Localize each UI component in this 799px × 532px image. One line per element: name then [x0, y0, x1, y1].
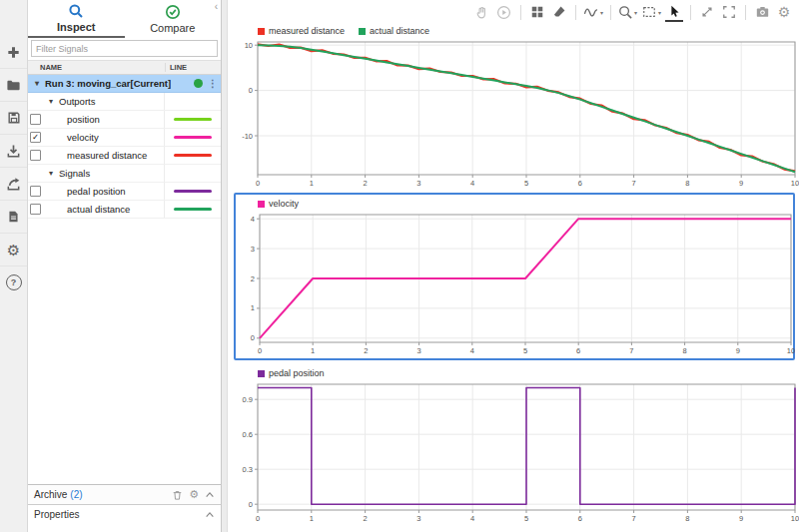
velocity-chart[interactable]: velocity 01234567891001234: [236, 197, 793, 358]
svg-text:3: 3: [416, 179, 420, 188]
create-report-button[interactable]: [0, 201, 27, 234]
magnifier-zoom-icon: [618, 5, 633, 20]
svg-text:2: 2: [251, 274, 255, 283]
export-icon: [6, 177, 21, 192]
chevron-up-icon[interactable]: [205, 510, 215, 519]
tree-row-position[interactable]: position: [28, 111, 221, 129]
svg-text:4: 4: [470, 179, 474, 188]
tree-row-run-3-moving-car-current-[interactable]: ▾Run 3: moving_car[Current]⋮: [28, 75, 221, 93]
distance-chart[interactable]: measured distance actual distance 012345…: [234, 24, 795, 191]
svg-text:5: 5: [524, 514, 528, 523]
svg-text:1: 1: [310, 514, 314, 523]
collapse-caret-icon[interactable]: ▾: [46, 97, 56, 106]
velocity-plot[interactable]: 01234567891001234: [236, 211, 795, 358]
replay-button[interactable]: [495, 2, 513, 22]
archive-section-header[interactable]: Archive (2) ⚙: [28, 484, 221, 504]
snapshot-button[interactable]: [753, 2, 771, 22]
tab-inspect-label: Inspect: [57, 21, 96, 33]
signal-checkbox[interactable]: ✓: [30, 132, 41, 143]
tree-row-name-cell: pedal position: [28, 183, 164, 200]
tree-row-pedal-position[interactable]: pedal position: [28, 183, 221, 201]
export-button[interactable]: [0, 168, 27, 201]
archive-settings-icon[interactable]: ⚙: [189, 489, 199, 500]
import-button[interactable]: [0, 135, 27, 168]
collapse-caret-icon[interactable]: ▾: [46, 169, 56, 178]
signal-checkbox[interactable]: [30, 186, 41, 197]
help-button[interactable]: ?: [0, 266, 27, 298]
tree-row-outports[interactable]: ▾Outports: [28, 93, 221, 111]
plot-settings-button[interactable]: ⚙: [775, 2, 793, 22]
kebab-menu-icon[interactable]: ⋮: [208, 79, 218, 89]
chevron-up-icon[interactable]: [205, 490, 215, 499]
legend-swatch: [359, 28, 366, 35]
svg-text:0: 0: [256, 514, 260, 523]
pan-button[interactable]: [473, 2, 491, 22]
signal-checkbox[interactable]: [30, 150, 41, 161]
pedal-position-chart[interactable]: pedal position 01234567891000.30.60.9: [234, 366, 795, 526]
archive-label: Archive: [34, 489, 67, 500]
chevron-down-icon: ▾: [634, 9, 637, 16]
pedal-position-plot[interactable]: 01234567891000.30.60.9: [234, 380, 799, 526]
legend-item: pedal position: [258, 368, 325, 378]
open-button[interactable]: [0, 69, 27, 102]
tree-row-measured-distance[interactable]: measured distance: [28, 147, 221, 165]
svg-text:7: 7: [632, 514, 636, 523]
tree-row-actual-distance[interactable]: actual distance: [28, 201, 221, 219]
tab-compare[interactable]: Compare: [125, 0, 222, 38]
preferences-button[interactable]: ⚙: [0, 234, 27, 266]
layout-button[interactable]: [528, 2, 546, 22]
tree-row-signals[interactable]: ▾Signals: [28, 165, 221, 183]
grid-layout-icon: [530, 5, 544, 19]
signal-trace-button[interactable]: ▾: [583, 2, 603, 22]
run-status-dot: [194, 79, 203, 88]
legend-swatch: [258, 370, 265, 377]
tree-row-label: pedal position: [67, 186, 126, 197]
add-button[interactable]: [0, 36, 27, 69]
fullscreen-button[interactable]: [720, 2, 738, 22]
floppy-icon: [7, 111, 21, 125]
filter-signals-input[interactable]: [31, 40, 218, 57]
zoom-button[interactable]: ▾: [618, 2, 637, 22]
collapse-panel-icon[interactable]: ‹: [215, 2, 218, 12]
plot-area: ▾ ▾ ▾: [228, 0, 799, 532]
import-icon: [6, 144, 21, 159]
trash-icon[interactable]: [172, 489, 183, 501]
tree-row-label: measured distance: [67, 150, 147, 161]
svg-text:0: 0: [249, 86, 253, 95]
cursor-button[interactable]: [665, 2, 683, 22]
svg-text:4: 4: [251, 215, 255, 224]
save-button[interactable]: [0, 102, 27, 135]
svg-text:3: 3: [416, 514, 420, 523]
table-header: NAME LINE: [28, 60, 221, 75]
fit-to-view-button[interactable]: ▾: [641, 2, 661, 22]
tab-compare-label: Compare: [150, 22, 195, 34]
tree-row-velocity[interactable]: ✓velocity: [28, 129, 221, 147]
brush-button[interactable]: [550, 2, 568, 22]
signal-checkbox[interactable]: [30, 204, 41, 215]
tree-row-label: actual distance: [67, 204, 130, 215]
legend-label: measured distance: [269, 26, 345, 36]
column-header-name: NAME: [28, 63, 165, 72]
tab-inspect[interactable]: Inspect: [28, 0, 125, 38]
tree-row-name-cell: ▾Signals: [28, 165, 164, 182]
legend-swatch: [258, 201, 265, 208]
column-header-line: LINE: [165, 63, 221, 72]
properties-section-header[interactable]: Properties: [28, 504, 221, 524]
svg-text:6: 6: [578, 514, 582, 523]
plus-icon: [6, 45, 21, 60]
tree-row-line-cell: [164, 129, 221, 146]
collapse-caret-icon[interactable]: ▾: [32, 79, 42, 88]
tree-row-label: velocity: [67, 132, 99, 143]
distance-chart-legend: measured distance actual distance: [258, 24, 795, 38]
tree-row-label: Outports: [59, 96, 95, 107]
brush-icon: [552, 5, 566, 19]
tree-row-name-cell: position: [28, 111, 164, 128]
velocity-chart-legend: velocity: [258, 197, 793, 211]
expand-button[interactable]: [698, 2, 716, 22]
wave-icon: [583, 5, 599, 20]
pedal-chart-legend: pedal position: [258, 366, 795, 380]
distance-plot[interactable]: 012345678910100-10: [234, 38, 799, 191]
properties-body: [28, 524, 221, 532]
signal-checkbox[interactable]: [30, 114, 41, 125]
line-style-swatch: [174, 118, 212, 121]
